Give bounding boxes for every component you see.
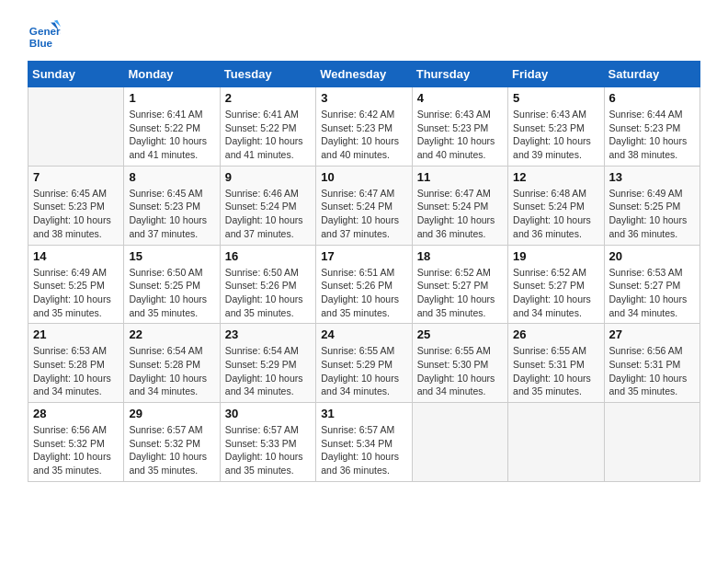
day-info: Sunrise: 6:53 AM Sunset: 5:28 PM Dayligh… xyxy=(33,344,119,398)
day-number: 3 xyxy=(321,91,406,105)
calendar-cell: 14Sunrise: 6:49 AM Sunset: 5:25 PM Dayli… xyxy=(28,245,124,324)
calendar-cell xyxy=(412,403,507,482)
calendar-cell: 30Sunrise: 6:57 AM Sunset: 5:33 PM Dayli… xyxy=(220,403,315,482)
calendar-cell xyxy=(28,87,124,167)
day-number: 8 xyxy=(129,170,214,184)
day-info: Sunrise: 6:54 AM Sunset: 5:29 PM Dayligh… xyxy=(225,344,311,398)
day-number: 2 xyxy=(225,91,311,105)
weekday-header-sunday: Sunday xyxy=(28,62,124,87)
calendar-cell: 23Sunrise: 6:54 AM Sunset: 5:29 PM Dayli… xyxy=(220,324,315,403)
day-info: Sunrise: 6:47 AM Sunset: 5:24 PM Dayligh… xyxy=(417,187,503,241)
day-info: Sunrise: 6:41 AM Sunset: 5:22 PM Dayligh… xyxy=(225,108,311,162)
calendar-cell: 22Sunrise: 6:54 AM Sunset: 5:28 PM Dayli… xyxy=(124,324,220,403)
day-number: 24 xyxy=(321,327,406,341)
day-info: Sunrise: 6:55 AM Sunset: 5:31 PM Dayligh… xyxy=(513,344,598,398)
calendar-cell: 26Sunrise: 6:55 AM Sunset: 5:31 PM Dayli… xyxy=(508,324,604,403)
day-info: Sunrise: 6:57 AM Sunset: 5:33 PM Dayligh… xyxy=(225,423,311,477)
day-info: Sunrise: 6:49 AM Sunset: 5:25 PM Dayligh… xyxy=(609,187,695,241)
day-number: 14 xyxy=(33,249,119,263)
calendar-cell: 15Sunrise: 6:50 AM Sunset: 5:25 PM Dayli… xyxy=(124,245,220,324)
day-info: Sunrise: 6:41 AM Sunset: 5:22 PM Dayligh… xyxy=(129,108,214,162)
calendar-cell: 11Sunrise: 6:47 AM Sunset: 5:24 PM Dayli… xyxy=(412,166,507,245)
day-number: 19 xyxy=(513,249,598,263)
day-info: Sunrise: 6:42 AM Sunset: 5:23 PM Dayligh… xyxy=(321,108,406,162)
day-info: Sunrise: 6:49 AM Sunset: 5:25 PM Dayligh… xyxy=(33,266,119,320)
day-number: 28 xyxy=(33,407,119,420)
calendar-cell: 19Sunrise: 6:52 AM Sunset: 5:27 PM Dayli… xyxy=(508,245,604,324)
calendar-cell: 20Sunrise: 6:53 AM Sunset: 5:27 PM Dayli… xyxy=(604,245,700,324)
day-number: 1 xyxy=(129,91,214,105)
calendar-cell: 12Sunrise: 6:48 AM Sunset: 5:24 PM Dayli… xyxy=(508,166,604,245)
day-number: 17 xyxy=(321,249,406,263)
calendar-cell: 4Sunrise: 6:43 AM Sunset: 5:23 PM Daylig… xyxy=(412,87,507,167)
weekday-header-saturday: Saturday xyxy=(604,62,700,87)
day-info: Sunrise: 6:56 AM Sunset: 5:31 PM Dayligh… xyxy=(609,344,695,398)
calendar-cell: 6Sunrise: 6:44 AM Sunset: 5:23 PM Daylig… xyxy=(604,87,700,167)
calendar-cell: 27Sunrise: 6:56 AM Sunset: 5:31 PM Dayli… xyxy=(604,324,700,403)
calendar-cell: 10Sunrise: 6:47 AM Sunset: 5:24 PM Dayli… xyxy=(316,166,412,245)
day-number: 25 xyxy=(417,327,503,341)
calendar-cell: 2Sunrise: 6:41 AM Sunset: 5:22 PM Daylig… xyxy=(220,87,315,167)
day-info: Sunrise: 6:54 AM Sunset: 5:28 PM Dayligh… xyxy=(129,344,214,398)
day-info: Sunrise: 6:56 AM Sunset: 5:32 PM Dayligh… xyxy=(33,423,119,477)
day-info: Sunrise: 6:46 AM Sunset: 5:24 PM Dayligh… xyxy=(225,187,311,241)
day-info: Sunrise: 6:44 AM Sunset: 5:23 PM Dayligh… xyxy=(609,108,695,162)
day-number: 23 xyxy=(225,327,311,341)
day-number: 6 xyxy=(609,91,695,105)
calendar-cell: 8Sunrise: 6:45 AM Sunset: 5:23 PM Daylig… xyxy=(124,166,220,245)
day-info: Sunrise: 6:48 AM Sunset: 5:24 PM Dayligh… xyxy=(513,187,598,241)
day-number: 18 xyxy=(417,249,503,263)
day-number: 11 xyxy=(417,170,503,184)
day-number: 22 xyxy=(129,327,214,341)
calendar-cell: 29Sunrise: 6:57 AM Sunset: 5:32 PM Dayli… xyxy=(124,403,220,482)
day-info: Sunrise: 6:50 AM Sunset: 5:25 PM Dayligh… xyxy=(129,266,214,320)
weekday-header-wednesday: Wednesday xyxy=(316,62,412,87)
calendar-table: SundayMondayTuesdayWednesdayThursdayFrid… xyxy=(28,61,700,482)
day-info: Sunrise: 6:52 AM Sunset: 5:27 PM Dayligh… xyxy=(513,266,598,320)
weekday-header-friday: Friday xyxy=(508,62,604,87)
calendar-cell: 13Sunrise: 6:49 AM Sunset: 5:25 PM Dayli… xyxy=(604,166,700,245)
day-number: 4 xyxy=(417,91,503,105)
day-info: Sunrise: 6:55 AM Sunset: 5:29 PM Dayligh… xyxy=(321,344,406,398)
day-info: Sunrise: 6:55 AM Sunset: 5:30 PM Dayligh… xyxy=(417,344,503,398)
day-number: 26 xyxy=(513,327,598,341)
calendar-cell: 3Sunrise: 6:42 AM Sunset: 5:23 PM Daylig… xyxy=(316,87,412,167)
day-number: 27 xyxy=(609,327,695,341)
day-number: 7 xyxy=(33,170,119,184)
day-info: Sunrise: 6:43 AM Sunset: 5:23 PM Dayligh… xyxy=(417,108,503,162)
day-number: 31 xyxy=(321,407,406,420)
day-info: Sunrise: 6:43 AM Sunset: 5:23 PM Dayligh… xyxy=(513,108,598,162)
day-number: 9 xyxy=(225,170,311,184)
calendar-cell: 28Sunrise: 6:56 AM Sunset: 5:32 PM Dayli… xyxy=(28,403,124,482)
day-number: 12 xyxy=(513,170,598,184)
day-info: Sunrise: 6:47 AM Sunset: 5:24 PM Dayligh… xyxy=(321,187,406,241)
day-info: Sunrise: 6:51 AM Sunset: 5:26 PM Dayligh… xyxy=(321,266,406,320)
calendar-cell xyxy=(508,403,604,482)
day-number: 20 xyxy=(609,249,695,263)
day-info: Sunrise: 6:53 AM Sunset: 5:27 PM Dayligh… xyxy=(609,266,695,320)
calendar-cell: 17Sunrise: 6:51 AM Sunset: 5:26 PM Dayli… xyxy=(316,245,412,324)
day-number: 10 xyxy=(321,170,406,184)
day-info: Sunrise: 6:45 AM Sunset: 5:23 PM Dayligh… xyxy=(33,187,119,241)
calendar-cell: 16Sunrise: 6:50 AM Sunset: 5:26 PM Dayli… xyxy=(220,245,315,324)
calendar-cell: 18Sunrise: 6:52 AM Sunset: 5:27 PM Dayli… xyxy=(412,245,507,324)
day-info: Sunrise: 6:57 AM Sunset: 5:34 PM Dayligh… xyxy=(321,423,406,477)
logo-icon: General Blue xyxy=(28,18,61,52)
day-number: 15 xyxy=(129,249,214,263)
calendar-cell: 9Sunrise: 6:46 AM Sunset: 5:24 PM Daylig… xyxy=(220,166,315,245)
day-number: 29 xyxy=(129,407,214,420)
weekday-header-thursday: Thursday xyxy=(412,62,507,87)
day-number: 16 xyxy=(225,249,311,263)
weekday-header-tuesday: Tuesday xyxy=(220,62,315,87)
calendar-cell: 5Sunrise: 6:43 AM Sunset: 5:23 PM Daylig… xyxy=(508,87,604,167)
header: General Blue xyxy=(28,18,700,52)
day-number: 5 xyxy=(513,91,598,105)
day-info: Sunrise: 6:52 AM Sunset: 5:27 PM Dayligh… xyxy=(417,266,503,320)
calendar-cell: 7Sunrise: 6:45 AM Sunset: 5:23 PM Daylig… xyxy=(28,166,124,245)
svg-text:Blue: Blue xyxy=(29,37,53,49)
calendar-cell: 31Sunrise: 6:57 AM Sunset: 5:34 PM Dayli… xyxy=(316,403,412,482)
calendar-cell: 25Sunrise: 6:55 AM Sunset: 5:30 PM Dayli… xyxy=(412,324,507,403)
day-info: Sunrise: 6:45 AM Sunset: 5:23 PM Dayligh… xyxy=(129,187,214,241)
calendar-cell: 24Sunrise: 6:55 AM Sunset: 5:29 PM Dayli… xyxy=(316,324,412,403)
day-number: 21 xyxy=(33,327,119,341)
